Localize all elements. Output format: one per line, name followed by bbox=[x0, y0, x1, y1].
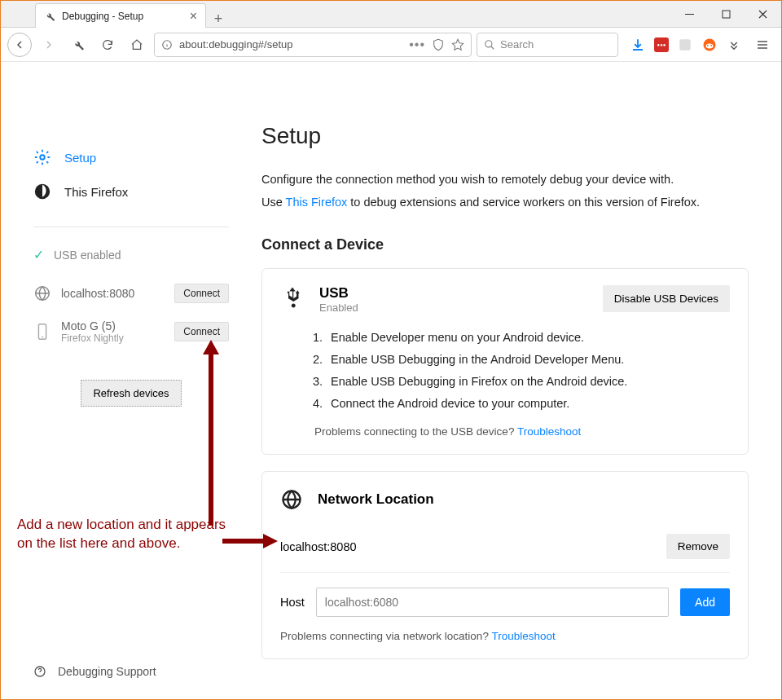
phone-icon bbox=[33, 323, 51, 341]
browser-toolbar: about:debugging#/setup ••• Search ●●● bbox=[1, 28, 781, 62]
location-row: localhost:8080 Remove bbox=[280, 526, 730, 573]
disable-usb-button[interactable]: Disable USB Devices bbox=[603, 285, 730, 312]
close-icon[interactable]: × bbox=[190, 9, 197, 24]
download-icon[interactable] bbox=[630, 37, 646, 53]
browser-tab[interactable]: Debugging - Setup × bbox=[35, 3, 206, 28]
divider bbox=[33, 227, 229, 227]
usb-steps: Enable Developer menu on your Android de… bbox=[326, 327, 730, 414]
sidebar-item-setup[interactable]: Setup bbox=[33, 140, 229, 174]
help-icon bbox=[33, 665, 46, 678]
usb-status-label: USB enabled bbox=[54, 249, 121, 262]
device-row-moto: Moto G (5) Firefox Nightly Connect bbox=[33, 311, 229, 352]
connect-moto-button[interactable]: Connect bbox=[174, 322, 229, 341]
tab-title: Debugging - Setup bbox=[62, 11, 143, 22]
refresh-devices-button[interactable]: Refresh devices bbox=[81, 380, 181, 407]
network-title: Network Location bbox=[318, 491, 434, 508]
moto-label: Moto G (5) bbox=[61, 319, 116, 332]
sidebar-item-this-firefox[interactable]: This Firefox bbox=[33, 174, 229, 209]
usb-step: Enable USB Debugging in the Android Deve… bbox=[326, 349, 730, 371]
network-card: Network Location localhost:8080 Remove H… bbox=[261, 471, 749, 659]
connect-localhost-button[interactable]: Connect bbox=[174, 284, 229, 303]
usb-troubleshoot-link[interactable]: Troubleshoot bbox=[517, 425, 581, 438]
usb-card: USB Enabled Disable USB Devices Enable D… bbox=[261, 268, 749, 455]
gear-icon bbox=[33, 148, 51, 166]
support-label: Debugging Support bbox=[58, 665, 156, 678]
svg-point-8 bbox=[710, 44, 712, 46]
svg-rect-4 bbox=[679, 39, 691, 51]
host-label: Host bbox=[280, 596, 305, 609]
moto-sublabel: Firefox Nightly bbox=[61, 332, 124, 344]
svg-point-9 bbox=[40, 155, 45, 160]
star-icon[interactable] bbox=[451, 38, 464, 51]
svg-rect-1 bbox=[723, 11, 730, 18]
svg-rect-0 bbox=[685, 14, 694, 15]
wrench-icon bbox=[44, 11, 55, 22]
usb-title: USB bbox=[319, 285, 358, 302]
search-bar[interactable]: Search bbox=[477, 33, 618, 57]
search-placeholder: Search bbox=[500, 38, 534, 51]
home-button[interactable] bbox=[125, 33, 149, 57]
add-location-button[interactable]: Add bbox=[680, 588, 730, 616]
extension-icon[interactable] bbox=[677, 37, 693, 53]
url-text: about:debugging#/setup bbox=[179, 38, 293, 51]
dev-button[interactable] bbox=[66, 33, 90, 57]
globe-icon bbox=[33, 284, 51, 302]
sidebar: Setup This Firefox ✓ USB enabled localho… bbox=[1, 63, 261, 699]
lastpass-icon[interactable]: ●●● bbox=[654, 37, 669, 52]
main-content: Setup Configure the connection method yo… bbox=[261, 63, 781, 699]
page-content: Setup This Firefox ✓ USB enabled localho… bbox=[1, 63, 781, 699]
remove-location-button[interactable]: Remove bbox=[666, 534, 730, 559]
url-bar[interactable]: about:debugging#/setup ••• bbox=[154, 33, 472, 57]
localhost-label: localhost:8080 bbox=[61, 287, 134, 300]
toolbar-extensions: ●●● bbox=[630, 37, 742, 53]
shield-icon[interactable] bbox=[432, 38, 445, 51]
usb-step: Enable Developer menu on your Android de… bbox=[326, 327, 730, 349]
debugging-support[interactable]: Debugging Support bbox=[33, 665, 156, 678]
usb-icon bbox=[280, 285, 305, 310]
forward-button[interactable] bbox=[37, 33, 61, 57]
connect-heading: Connect a Device bbox=[261, 236, 749, 253]
menu-button[interactable] bbox=[750, 33, 775, 57]
host-row: Host Add bbox=[280, 588, 730, 617]
device-row-localhost: localhost:8080 Connect bbox=[33, 275, 229, 311]
usb-subtitle: Enabled bbox=[319, 302, 358, 314]
svg-point-3 bbox=[485, 40, 492, 46]
sidebar-firefox-label: This Firefox bbox=[64, 185, 128, 199]
svg-point-7 bbox=[707, 44, 709, 46]
globe-icon bbox=[280, 488, 303, 511]
close-window-button[interactable] bbox=[745, 1, 781, 27]
network-troubleshoot-link[interactable]: Troubleshoot bbox=[491, 630, 555, 642]
this-firefox-link[interactable]: This Firefox bbox=[286, 196, 348, 209]
reload-button[interactable] bbox=[95, 33, 120, 57]
window-titlebar: Debugging - Setup × + bbox=[1, 1, 781, 28]
overflow-icon[interactable] bbox=[726, 37, 742, 53]
host-input[interactable] bbox=[316, 588, 669, 617]
firefox-icon bbox=[33, 183, 51, 200]
intro-text: Configure the connection method you wish… bbox=[261, 169, 749, 214]
info-icon bbox=[161, 39, 173, 51]
tab-strip: Debugging - Setup × + bbox=[35, 2, 231, 28]
svg-point-6 bbox=[706, 43, 714, 48]
location-label: localhost:8080 bbox=[280, 540, 357, 553]
maximize-button[interactable] bbox=[708, 1, 745, 27]
new-tab-button[interactable]: + bbox=[206, 11, 231, 28]
page-actions-icon[interactable]: ••• bbox=[409, 37, 425, 52]
usb-problems: Problems connecting to the USB device? T… bbox=[314, 425, 730, 438]
minimize-button[interactable] bbox=[671, 1, 708, 27]
search-icon bbox=[484, 39, 495, 51]
usb-step: Enable USB Debugging in Firefox on the A… bbox=[326, 371, 730, 393]
sidebar-setup-label: Setup bbox=[64, 151, 96, 165]
reddit-icon[interactable] bbox=[701, 37, 718, 53]
check-icon: ✓ bbox=[33, 247, 44, 262]
annotation-text: Add a new location and it appears on the… bbox=[17, 516, 229, 553]
network-problems: Problems connecting via network location… bbox=[280, 630, 730, 642]
back-button[interactable] bbox=[7, 33, 32, 57]
page-title: Setup bbox=[261, 123, 749, 149]
usb-step: Connect the Android device to your compu… bbox=[326, 393, 730, 415]
usb-status: ✓ USB enabled bbox=[33, 242, 229, 275]
